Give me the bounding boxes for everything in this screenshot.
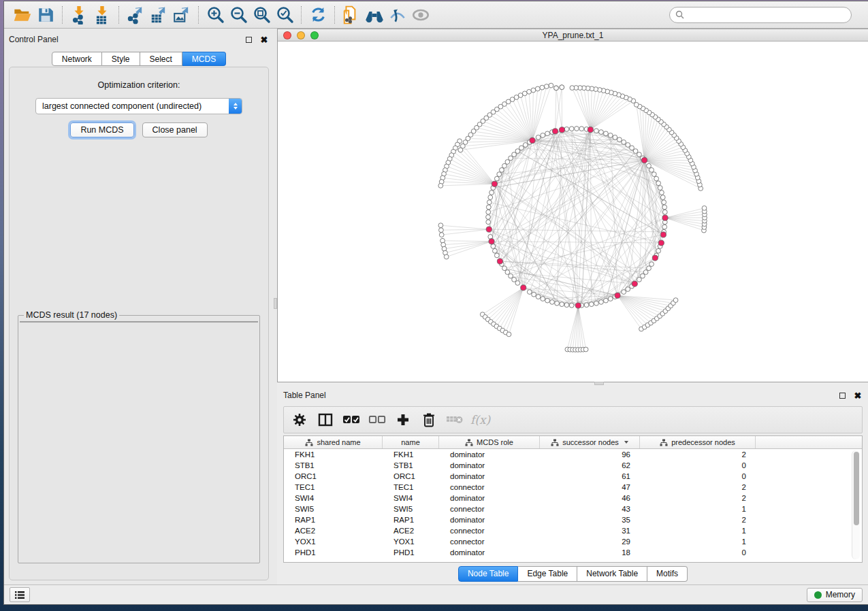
network-node[interactable] <box>438 223 443 228</box>
tab-node-table[interactable]: Node Table <box>458 566 519 582</box>
open-file-icon[interactable] <box>11 5 34 25</box>
network-node[interactable] <box>599 130 604 135</box>
network-node[interactable] <box>488 235 493 240</box>
network-node[interactable] <box>604 131 609 136</box>
network-node[interactable] <box>594 301 599 306</box>
network-node[interactable] <box>515 149 520 154</box>
network-node[interactable] <box>622 140 626 145</box>
table-row[interactable]: STB1STB1dominator620 <box>284 460 862 471</box>
table-panel-float-button[interactable] <box>837 391 847 400</box>
network-node[interactable] <box>527 89 532 94</box>
network-node[interactable] <box>652 172 656 177</box>
network-node[interactable] <box>531 88 536 93</box>
network-node[interactable] <box>702 205 707 210</box>
mcds-result-list[interactable]: PHD1CAR1STP4TID3YOX1SWI4SRD1PMA2FKH1ACE2… <box>20 321 258 323</box>
vertical-splitter[interactable] <box>273 29 277 584</box>
add-column-icon[interactable] <box>393 410 413 429</box>
table-row[interactable]: ACE2ACE2connector311 <box>284 525 862 536</box>
network-hub-node[interactable] <box>521 285 526 291</box>
network-node[interactable] <box>486 215 491 220</box>
network-node[interactable] <box>583 347 588 352</box>
network-node[interactable] <box>486 210 491 214</box>
network-hub-node[interactable] <box>660 232 666 237</box>
network-node[interactable] <box>660 191 664 195</box>
network-node[interactable] <box>564 303 569 308</box>
network-node[interactable] <box>509 156 513 161</box>
network-hub-node[interactable] <box>652 255 658 261</box>
vertical-splitter-handle[interactable] <box>274 298 277 309</box>
network-node[interactable] <box>507 332 511 337</box>
network-node[interactable] <box>509 274 513 278</box>
network-node[interactable] <box>515 281 520 286</box>
network-node[interactable] <box>649 262 654 267</box>
close-panel-button[interactable]: Close panel <box>142 122 208 137</box>
search-box[interactable] <box>669 7 852 23</box>
table-row[interactable]: ORC1ORC1dominator610 <box>284 471 862 482</box>
network-node[interactable] <box>512 152 517 157</box>
network-node[interactable] <box>570 86 575 90</box>
network-node[interactable] <box>560 85 564 90</box>
show-panels-button[interactable] <box>10 587 30 602</box>
apply-layout-icon[interactable] <box>306 5 329 25</box>
tab-mcds[interactable]: MCDS <box>182 52 226 66</box>
network-node[interactable] <box>560 302 564 307</box>
export-network-icon[interactable] <box>124 5 147 25</box>
network-node[interactable] <box>458 148 463 152</box>
network-hub-node[interactable] <box>575 303 581 308</box>
column-header-successor-nodes[interactable]: successor nodes <box>540 436 640 448</box>
network-window-titlebar[interactable]: YPA_prune.txt_1 <box>278 29 868 42</box>
network-hub-node[interactable] <box>492 181 497 186</box>
network-node[interactable] <box>647 266 652 271</box>
network-node[interactable] <box>634 102 639 107</box>
tab-edge-table[interactable]: Edge Table <box>518 566 577 582</box>
network-node[interactable] <box>512 278 517 282</box>
new-network-from-selection-icon[interactable] <box>340 5 363 25</box>
network-hub-node[interactable] <box>489 239 494 244</box>
select-all-checkbox-icon[interactable] <box>341 410 361 429</box>
network-node[interactable] <box>637 278 642 282</box>
network-node[interactable] <box>487 200 492 205</box>
criterion-select[interactable]: largest connected component (undirected) <box>35 98 242 114</box>
network-node[interactable] <box>540 85 545 90</box>
column-header-predecessor-nodes[interactable]: predecessor nodes <box>640 436 756 448</box>
column-header-shared-name[interactable]: shared name <box>284 436 383 448</box>
network-node[interactable] <box>536 295 541 299</box>
network-hub-node[interactable] <box>662 215 668 220</box>
network-graph[interactable] <box>278 42 868 382</box>
table-row[interactable]: SWI5SWI5connector431 <box>284 503 862 514</box>
hide-selection-icon[interactable] <box>386 5 409 25</box>
network-node[interactable] <box>654 176 659 181</box>
table-panel-close-button[interactable]: ✖ <box>853 391 863 400</box>
network-node[interactable] <box>599 300 604 305</box>
network-node[interactable] <box>439 228 444 233</box>
zoom-in-icon[interactable] <box>204 5 227 25</box>
horizontal-splitter[interactable] <box>277 382 868 385</box>
horizontal-splitter-handle[interactable] <box>594 382 604 385</box>
export-table-icon[interactable] <box>147 5 170 25</box>
table-row[interactable]: SWI4SWI4dominator462 <box>284 493 862 503</box>
table-row[interactable]: PHD1PHD1dominator180 <box>284 547 862 558</box>
network-node[interactable] <box>622 290 626 295</box>
network-hub-node[interactable] <box>632 281 637 286</box>
network-node[interactable] <box>494 176 499 181</box>
network-node[interactable] <box>544 84 549 89</box>
network-node[interactable] <box>630 146 634 150</box>
network-node[interactable] <box>541 133 545 137</box>
network-node[interactable] <box>532 292 536 297</box>
network-node[interactable] <box>649 167 654 172</box>
network-node[interactable] <box>519 146 524 150</box>
network-node[interactable] <box>660 195 665 200</box>
network-canvas[interactable] <box>278 42 868 382</box>
network-node[interactable] <box>497 172 502 177</box>
network-node[interactable] <box>637 152 642 157</box>
settings-gear-icon[interactable] <box>289 410 310 429</box>
import-table-icon[interactable] <box>91 5 114 25</box>
network-node[interactable] <box>545 131 550 136</box>
network-node[interactable] <box>536 135 541 139</box>
network-node[interactable] <box>555 301 560 306</box>
table-row[interactable]: FKH1FKH1dominator962 <box>284 449 862 460</box>
network-node[interactable] <box>505 160 510 165</box>
column-header-name[interactable]: name <box>383 436 439 448</box>
network-node[interactable] <box>647 163 652 168</box>
network-node[interactable] <box>633 149 638 154</box>
